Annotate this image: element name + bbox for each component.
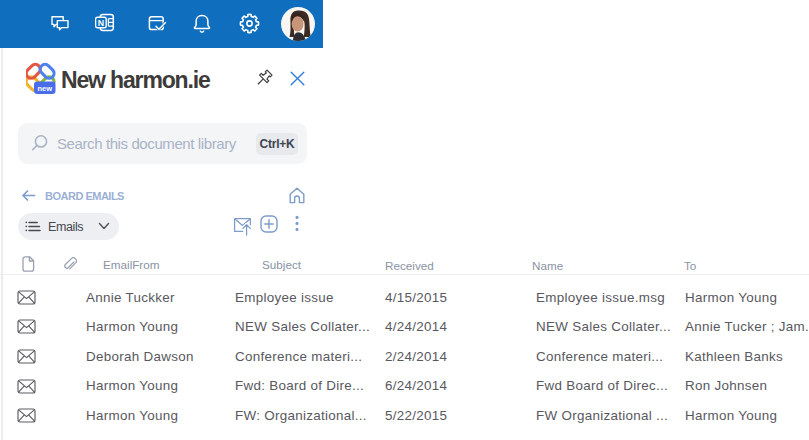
svg-text:N: N (98, 18, 104, 28)
svg-text:new: new (37, 84, 52, 93)
